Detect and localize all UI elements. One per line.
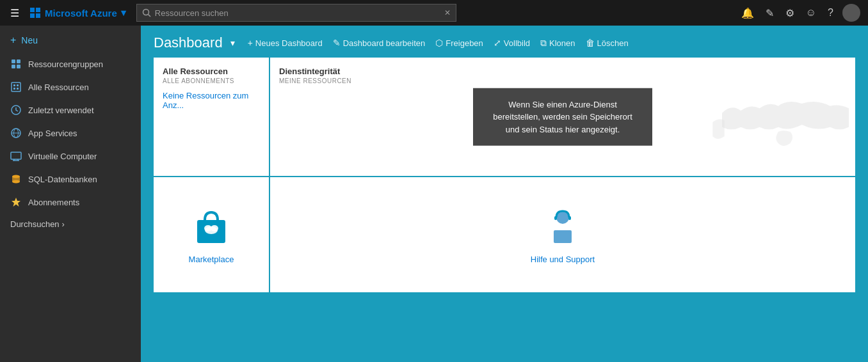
tile-dienstintegritat: Dienstintegrität MEINE RESSOURCEN Wenn S… [270,58,855,176]
browse-button[interactable]: Durchsuchen › [0,214,141,235]
sidebar-label-alle-ressourcen: Alle Ressourcen [28,83,89,92]
hamburger-button[interactable]: ☰ [8,4,22,22]
dienst-tile-title: Dienstintegrität [279,67,846,76]
content-area: Dashboard ▾ + Neues Dashboard ✎ Dashboar… [141,26,868,362]
clone-icon: ⧉ [540,38,547,49]
marketplace-icon [193,206,229,247]
svg-rect-31 [554,216,557,220]
hilfe-label: Hilfe und Support [531,255,595,264]
search-icon [142,8,151,17]
sidebar-item-alle-ressourcen[interactable]: Alle Ressourcen [0,75,141,98]
vollbild-label: Vollbild [504,38,530,48]
svg-point-25 [12,180,20,184]
svg-rect-14 [17,88,19,90]
plus-icon: + [248,38,253,48]
sidebar-item-zuletzt[interactable]: Zuletzt verwendet [0,98,141,122]
sidebar-item-ressourcengruppen[interactable]: Ressourcengruppen [0,52,141,75]
share-icon: ⬡ [435,38,443,48]
topbar-icons: 🔔 ✎ ⚙ ☺ ? [736,4,860,22]
tiles-row-2: Marketplace [154,177,855,292]
svg-rect-11 [13,84,15,86]
sidebar-label-sql: SQL-Datenbanken [28,175,97,184]
delete-icon: 🗑 [586,38,595,48]
main-layout: + Neu Ressourcengruppen Alle Ressourcen … [0,26,868,362]
svg-rect-2 [30,13,35,18]
svg-rect-3 [36,13,40,18]
bearbeiten-label: Dashboard bearbeiten [343,38,426,48]
sidebar-label-abonnements: Abonnements [28,198,79,207]
vollbild-button[interactable]: ⤢ Vollbild [494,38,530,48]
svg-rect-19 [11,152,21,159]
settings-icon[interactable]: ⚙ [780,4,800,22]
sidebar-item-virtuelle-computer[interactable]: Virtuelle Computer [0,145,141,168]
zuletzt-icon [10,104,22,116]
sidebar-label-virtuelle-computer: Virtuelle Computer [28,152,97,161]
edit-icon[interactable]: ✎ [760,4,779,22]
search-input[interactable] [155,8,440,18]
tile-hilfe[interactable]: Hilfe und Support [270,177,855,292]
loeschen-label: Löschen [597,38,629,48]
help-icon[interactable]: ? [823,4,839,21]
dienst-tile-subtitle: MEINE RESSOURCEN [279,77,846,84]
klonen-button[interactable]: ⧉ Klonen [540,38,575,49]
azure-logo-icon [29,7,41,19]
freigeben-label: Freigeben [446,38,483,48]
dashboard-header: Dashboard ▾ + Neues Dashboard ✎ Dashboar… [141,26,868,58]
tiles-area: Alle Ressourcen ALLE ABONNEMENTS Keine R… [141,58,868,305]
face-icon[interactable]: ☺ [801,4,821,21]
svg-rect-9 [17,65,20,68]
alle-ressourcen-tile-title: Alle Ressourcen [163,67,260,76]
loeschen-button[interactable]: 🗑 Löschen [586,38,629,48]
avatar[interactable] [842,4,860,22]
freigeben-button[interactable]: ⬡ Freigeben [435,38,483,48]
sidebar-item-app-services[interactable]: App Services [0,122,141,145]
hilfe-icon [545,206,581,247]
marketplace-label: Marketplace [189,255,234,264]
svg-rect-7 [17,59,20,63]
svg-rect-10 [12,83,20,91]
brand-chevron[interactable]: ▾ [121,7,126,19]
svg-line-5 [148,15,150,17]
topbar: ☰ Microsoft Azure ▾ ✕ 🔔 ✎ ⚙ ☺ ? [0,0,868,26]
neues-dashboard-label: Neues Dashboard [255,38,323,48]
sidebar-item-sql-datenbanken[interactable]: SQL-Datenbanken [0,168,141,191]
new-label: Neu [21,35,38,45]
sql-icon [10,173,22,185]
dashboard-title: Dashboard [154,35,223,51]
alle-ressourcen-tile-subtitle: ALLE ABONNEMENTS [163,77,260,84]
virtuelle-computer-icon [10,150,22,162]
svg-rect-1 [36,8,40,12]
dashboard-actions: + Neues Dashboard ✎ Dashboard bearbeiten… [248,38,629,49]
app-services-icon [10,127,22,139]
search-clear-button[interactable]: ✕ [444,8,451,17]
brand-name: Microsoft Azure [45,8,117,19]
neues-dashboard-button[interactable]: + Neues Dashboard [248,38,323,48]
svg-point-29 [211,225,218,232]
sidebar: + Neu Ressourcengruppen Alle Ressourcen … [0,26,141,362]
notifications-icon[interactable]: 🔔 [736,4,759,22]
browse-chevron: › [62,219,65,229]
dashboard-chevron[interactable]: ▾ [230,38,235,48]
svg-rect-13 [13,88,15,90]
klonen-label: Klonen [549,38,575,48]
new-button[interactable]: + Neu [0,28,141,52]
dienst-tooltip-text: Wenn Sie einen Azure-Dienst bereitstelle… [493,99,632,134]
plus-icon: + [10,35,16,46]
tiles-row-1: Alle Ressourcen ALLE ABONNEMENTS Keine R… [154,58,855,176]
fullscreen-icon: ⤢ [494,38,501,48]
svg-rect-12 [17,84,19,86]
browse-label: Durchsuchen [10,219,60,229]
world-map [708,90,849,166]
bearbeiten-button[interactable]: ✎ Dashboard bearbeiten [333,38,426,48]
svg-rect-6 [12,59,15,63]
abonnements-icon [10,196,22,208]
keine-ressourcen-link[interactable]: Keine Ressourcen zum Anz... [163,91,260,110]
svg-rect-8 [12,65,15,68]
svg-rect-0 [30,8,35,12]
svg-rect-32 [568,216,571,220]
tile-marketplace[interactable]: Marketplace [154,177,269,292]
dienst-tooltip: Wenn Sie einen Azure-Dienst bereitstelle… [473,88,652,146]
sidebar-item-abonnements[interactable]: Abonnements [0,191,141,214]
search-bar: ✕ [136,4,456,22]
sidebar-label-zuletzt: Zuletzt verwendet [28,106,94,115]
